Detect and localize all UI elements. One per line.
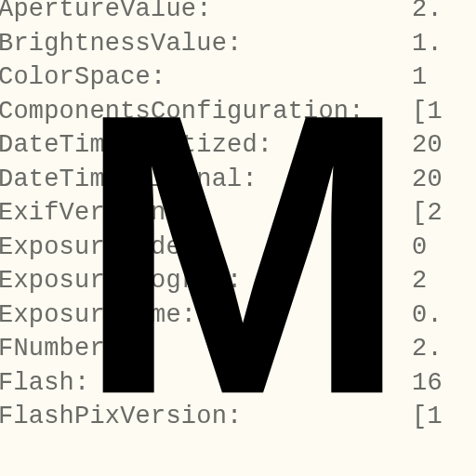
metadata-value: 2 [412,264,427,298]
metadata-value: 0 [412,231,427,265]
metadata-value: 1 [412,60,427,95]
metadata-value: [1 [412,95,443,129]
metadata-key: ApertureValue: [0,0,412,27]
metadata-value: 16 [412,366,443,401]
metadata-value: 20 [412,128,443,163]
metadata-value: [1 [412,400,443,434]
metadata-row: ApertureValue: 2. [0,0,476,27]
metadata-value: 0. [412,298,443,333]
metadata-value: 1. [412,27,443,61]
metadata-value: 2. [412,332,443,366]
metadata-value: 2. [412,0,443,27]
metadata-value: [2 [412,196,443,231]
metadata-value: 20 [412,163,443,197]
overlay-letter-icon: M [76,54,400,454]
